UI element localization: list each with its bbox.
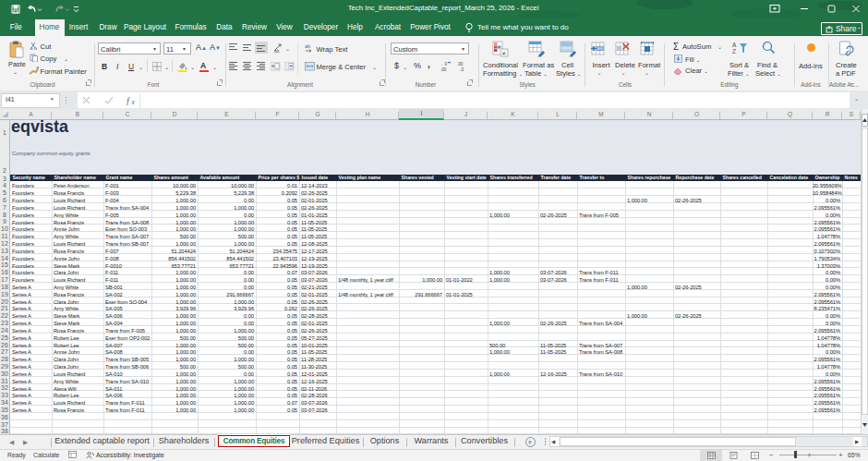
svg-text:x: x bbox=[131, 99, 136, 105]
svg-text:ab: ab bbox=[305, 43, 310, 49]
svg-text:.00: .00 bbox=[440, 67, 447, 72]
svg-text:f: f bbox=[127, 96, 130, 105]
svg-text:Z: Z bbox=[732, 48, 736, 55]
svg-text:←0: ←0 bbox=[440, 62, 448, 67]
svg-text:A: A bbox=[732, 42, 737, 48]
svg-text:ab: ab bbox=[274, 48, 280, 53]
svg-text:.00: .00 bbox=[457, 62, 464, 67]
svg-text:→0: →0 bbox=[457, 67, 464, 72]
